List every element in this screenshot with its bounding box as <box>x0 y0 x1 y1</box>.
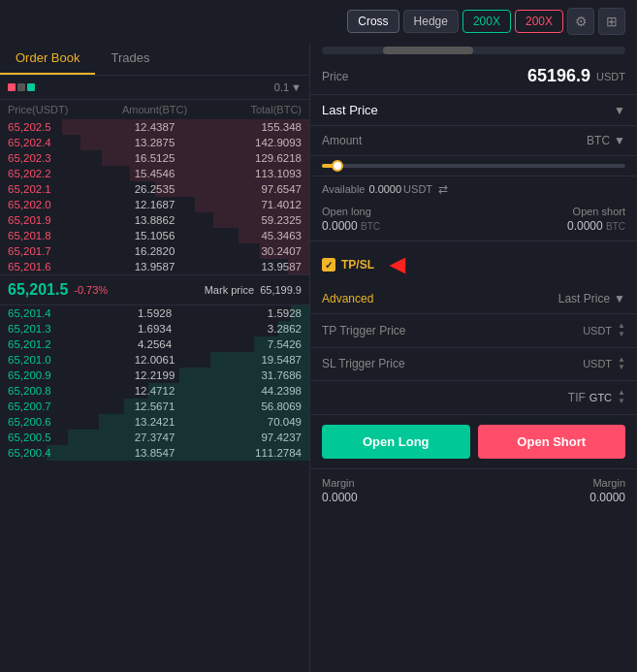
table-row[interactable]: 65,201.6 13.9587 13.9587 <box>0 259 309 274</box>
table-row[interactable]: 65,201.8 15.1056 45.3463 <box>0 228 309 243</box>
main-layout: Order Book Trades 0.1 ▼ Price(USDT) Amou… <box>0 43 637 672</box>
buy-amount: 12.0061 <box>85 354 224 366</box>
tif-row: TIF GTC ▲ ▼ <box>310 381 637 415</box>
scrollbar[interactable] <box>322 47 625 54</box>
tab-orderbook[interactable]: Order Book <box>0 43 95 75</box>
table-row[interactable]: 65,202.4 13.2875 142.9093 <box>0 135 309 150</box>
table-row[interactable]: 65,201.2 4.2564 7.5426 <box>0 336 309 352</box>
table-row[interactable]: 65,201.0 12.0061 19.5487 <box>0 352 309 368</box>
orderbook-header: 0.1 ▼ <box>0 76 309 100</box>
sell-amount: 15.1056 <box>85 230 224 241</box>
open-long-value: 0.0000 BTC <box>322 219 474 233</box>
tif-arrows[interactable]: ▲ ▼ <box>618 389 625 406</box>
table-row[interactable]: 65,200.5 27.3747 97.4237 <box>0 430 309 445</box>
table-row[interactable]: 65,202.1 26.2535 97.6547 <box>0 181 309 197</box>
table-row[interactable]: 65,201.9 13.8862 59.2325 <box>0 212 309 228</box>
table-row[interactable]: 65,201.3 1.6934 3.2862 <box>0 321 309 336</box>
action-buttons: Open Long Open Short <box>310 415 637 469</box>
sell-price: 65,201.9 <box>8 214 85 226</box>
slider-track[interactable] <box>322 164 625 168</box>
amount-currency-select[interactable]: BTC ▼ <box>587 134 625 147</box>
dot-green <box>27 83 35 91</box>
cross-button[interactable]: Cross <box>347 10 398 33</box>
left-panel: Order Book Trades 0.1 ▼ Price(USDT) Amou… <box>0 43 310 672</box>
tp-trigger-label: TP Trigger Price <box>322 324 583 337</box>
table-row[interactable]: 65,200.4 13.8547 111.2784 <box>0 445 309 461</box>
sell-price: 65,201.7 <box>8 245 85 257</box>
ob-col-headers: Price(USDT) Amount(BTC) Total(BTC) <box>0 100 309 119</box>
advanced-trigger-label: Last Price <box>558 292 610 305</box>
decimal-arrow: ▼ <box>291 81 302 93</box>
tp-trigger-currency: USDT <box>583 325 612 336</box>
top-bar: Cross Hedge 200X 200X ⚙ ⊞ <box>0 0 637 43</box>
advanced-trigger-arrow: ▼ <box>614 292 625 305</box>
grid-icon[interactable]: ⊞ <box>598 8 625 35</box>
slider-row <box>310 156 637 176</box>
sl-trigger-label: SL Trigger Price <box>322 357 583 370</box>
sell-price: 65,202.0 <box>8 199 85 210</box>
available-value: 0.0000 <box>368 183 401 195</box>
tp-trigger-arrows[interactable]: ▲ ▼ <box>618 322 625 339</box>
sell-price: 65,202.4 <box>8 137 85 148</box>
advanced-row: Advanced Last Price ▼ <box>310 288 637 314</box>
mid-change: -0.73% <box>74 284 108 296</box>
tpsl-checkbox[interactable]: ✓ <box>322 258 335 272</box>
dot-gray <box>17 83 25 91</box>
last-price-dropdown[interactable]: Last Price ▼ <box>310 95 637 126</box>
col-total: Total(BTC) <box>224 104 302 115</box>
amount-currency-label: BTC <box>587 134 610 147</box>
open-long-item: Open long 0.0000 BTC <box>322 206 474 233</box>
table-row[interactable]: 65,200.6 13.2421 70.049 <box>0 414 309 430</box>
positions-row: Open long 0.0000 BTC Open short 0.0000 B… <box>310 202 637 241</box>
available-row: Available 0.0000 USDT ⇄ <box>310 176 637 202</box>
amount-currency-arrow: ▼ <box>614 134 625 147</box>
leverage1-button[interactable]: 200X <box>462 10 511 33</box>
dot-red <box>8 83 16 91</box>
mark-price: Mark price 65,199.9 <box>205 284 302 296</box>
table-row[interactable]: 65,201.7 16.2820 30.2407 <box>0 243 309 259</box>
table-row[interactable]: 65,202.0 12.1687 71.4012 <box>0 197 309 212</box>
swap-icon[interactable]: ⇄ <box>438 182 448 196</box>
table-row[interactable]: 65,200.9 12.2199 31.7686 <box>0 368 309 383</box>
table-row[interactable]: 65,200.7 12.5671 56.8069 <box>0 399 309 414</box>
sl-trigger-arrows[interactable]: ▲ ▼ <box>618 356 625 373</box>
margin-label-2: Margin <box>474 477 626 489</box>
buy-price: 65,201.3 <box>8 323 85 335</box>
table-row[interactable]: 65,200.8 12.4712 44.2398 <box>0 383 309 399</box>
tab-trades[interactable]: Trades <box>95 43 165 75</box>
buy-price: 65,200.6 <box>8 416 85 428</box>
tp-down-arrow[interactable]: ▼ <box>618 331 625 339</box>
amount-label: Amount <box>322 134 587 147</box>
sl-trigger-row: SL Trigger Price USDT ▲ ▼ <box>310 348 637 382</box>
color-dots <box>8 83 35 91</box>
tpsl-row: ✓ TP/SL ◄ <box>310 241 637 288</box>
amount-row: Amount BTC ▼ <box>310 126 637 156</box>
margin-label-1: Margin <box>322 477 474 489</box>
leverage2-button[interactable]: 200X <box>515 10 563 33</box>
tif-down-arrow[interactable]: ▼ <box>618 398 625 406</box>
open-long-button[interactable]: Open Long <box>322 425 470 459</box>
hedge-button[interactable]: Hedge <box>403 10 459 33</box>
tpsl-label: TP/SL <box>341 258 374 272</box>
mid-price: 65,201.5 <box>8 281 68 299</box>
sell-amount: 16.2820 <box>85 245 224 257</box>
decimal-select[interactable]: 0.1 ▼ <box>274 81 302 93</box>
margin-row: Margin 0.0000 Margin 0.0000 <box>310 469 637 512</box>
tif-value: GTC <box>589 392 612 403</box>
table-row[interactable]: 65,202.3 16.5125 129.6218 <box>0 150 309 166</box>
mid-price-row: 65,201.5 -0.73% Mark price 65,199.9 <box>0 274 309 305</box>
slider-thumb[interactable] <box>332 160 343 172</box>
sl-down-arrow[interactable]: ▼ <box>618 364 625 372</box>
table-row[interactable]: 65,201.4 1.5928 1.5928 <box>0 305 309 321</box>
table-row[interactable]: 65,202.2 15.4546 113.1093 <box>0 166 309 181</box>
open-short-button[interactable]: Open Short <box>478 425 626 459</box>
sell-price: 65,202.3 <box>8 152 85 164</box>
advanced-trigger-select[interactable]: Last Price ▼ <box>558 292 625 305</box>
table-row[interactable]: 65,202.5 12.4387 155.348 <box>0 119 309 135</box>
price-row: Price 65196.9 USDT <box>310 58 637 95</box>
sl-trigger-currency: USDT <box>583 358 612 369</box>
settings-icon[interactable]: ⚙ <box>567 8 594 35</box>
sell-price: 65,202.1 <box>8 183 85 195</box>
advanced-label[interactable]: Advanced <box>322 292 558 305</box>
tabs: Order Book Trades <box>0 43 309 76</box>
